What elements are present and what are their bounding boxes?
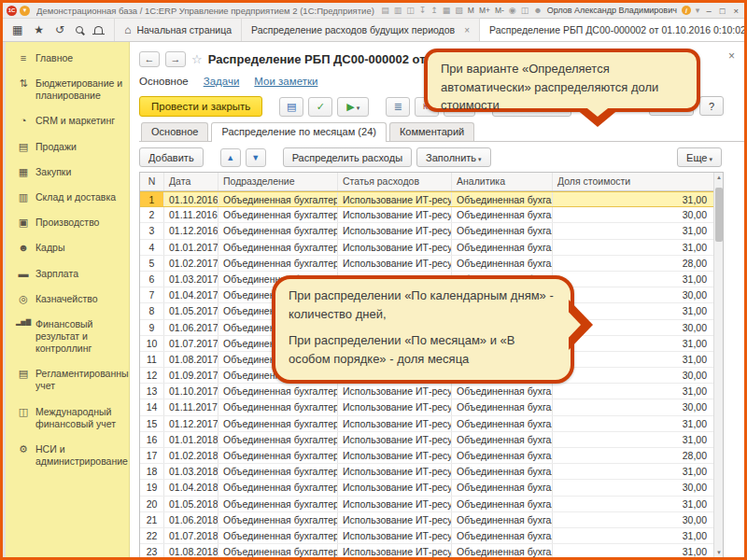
form-tab-months[interactable]: Распределение по месяцам (24) — [211, 122, 387, 142]
column-header-share[interactable]: Доля стоимости — [553, 173, 723, 190]
cell-department[interactable]: Объединенная бухгалтерия — [218, 432, 338, 447]
cell-department[interactable]: Объединенная бухгалтерия — [218, 512, 338, 527]
cell-share[interactable]: 30,00 — [553, 368, 723, 383]
cell-n[interactable]: 17 — [140, 448, 164, 463]
cell-date[interactable]: 01.02.2017 — [164, 256, 218, 271]
form-tab-comment[interactable]: Комментарий — [389, 122, 474, 141]
cell-analytics[interactable]: Объединенная бухгалтерия — [452, 416, 553, 431]
cell-date[interactable]: 01.01.2017 — [164, 240, 218, 255]
tab-home[interactable]: ⌂ Начальная страница — [115, 19, 242, 41]
cell-n[interactable]: 22 — [140, 528, 164, 543]
calendar-icon[interactable]: ▦ — [443, 7, 451, 15]
table-row[interactable]: 2001.05.2018Объединенная бухгалтерияИспо… — [140, 497, 723, 512]
cell-share[interactable]: 31,00 — [553, 416, 723, 431]
cell-share[interactable]: 31,00 — [553, 240, 723, 255]
sidebar-item-nsi[interactable]: ⚙НСИ и администрирование — [6, 437, 129, 474]
info-icon[interactable]: i — [682, 6, 691, 15]
export-icon[interactable]: ↥ — [430, 7, 438, 15]
maximize-button[interactable]: □ — [718, 6, 727, 16]
cell-date[interactable]: 01.06.2018 — [164, 512, 218, 527]
minimize-button[interactable]: – — [704, 6, 712, 16]
cell-share[interactable]: 30,00 — [553, 512, 723, 527]
cell-department[interactable]: Объединенная бухгалтерия — [218, 399, 338, 414]
search-icon[interactable] — [76, 26, 83, 34]
cell-expense-item[interactable]: Использование ИТ-ресурсов (упр... — [338, 399, 452, 414]
cell-department[interactable]: Объединенная бухгалтерия — [218, 448, 338, 463]
sidebar-item-salary[interactable]: ▬Зарплата — [6, 261, 129, 287]
cell-share[interactable]: 30,00 — [553, 207, 723, 222]
scrollbar-thumb[interactable] — [715, 188, 723, 242]
split-view-icon[interactable]: ◫ — [521, 7, 529, 15]
table-row[interactable]: 1901.04.2018Объединенная бухгалтерияИспо… — [140, 480, 723, 496]
add-row-button[interactable]: Добавить — [139, 147, 204, 167]
cell-analytics[interactable]: Объединенная бухгалтерия — [452, 480, 553, 495]
print-preview-icon[interactable]: ◫ — [406, 7, 415, 15]
cell-expense-item[interactable]: Использование ИТ-ресурсов (упр... — [338, 497, 452, 511]
cell-analytics[interactable]: Объединенная бухгалтерия — [452, 256, 553, 271]
tab-rbp-document[interactable]: Распределение РБП ДС00-000002 от 01.10.2… — [480, 18, 747, 41]
cell-expense-item[interactable]: Использование ИТ-ресурсов (упр... — [338, 464, 452, 479]
cell-date[interactable]: 01.05.2017 — [164, 303, 218, 318]
cell-expense-item[interactable]: Использование ИТ-ресурсов (упр... — [338, 544, 452, 558]
post-document-icon[interactable]: ✓ — [308, 97, 332, 117]
cell-n[interactable]: 9 — [140, 320, 164, 335]
cell-date[interactable]: 01.05.2018 — [164, 497, 218, 511]
vertical-scrollbar[interactable]: ▲ ▼ — [713, 173, 723, 557]
cell-share[interactable]: 31,00 — [553, 223, 723, 238]
save-icon[interactable]: ▤ — [381, 7, 389, 15]
cell-n[interactable]: 12 — [140, 368, 164, 383]
zoom-icon[interactable]: ◉ — [509, 7, 516, 15]
cell-analytics[interactable]: Объединенная бухгалтерия — [452, 497, 553, 511]
print-icon[interactable]: ▥ — [394, 7, 402, 15]
sidebar-item-hr[interactable]: ☻Кадры — [6, 235, 129, 260]
cell-expense-item[interactable]: Использование ИТ-ресурсов (упр... — [338, 192, 452, 206]
cell-date[interactable]: 01.12.2017 — [164, 416, 218, 431]
cell-date[interactable]: 01.03.2018 — [164, 464, 218, 479]
cell-share[interactable]: 31,00 — [553, 272, 723, 287]
sidebar-item-treasury[interactable]: ◎Казначейство — [6, 287, 129, 312]
cell-share[interactable]: 31,00 — [553, 192, 723, 206]
cell-date[interactable]: 01.11.2016 — [164, 207, 218, 222]
notifications-bell-icon[interactable] — [94, 26, 103, 34]
memory-plus-button[interactable]: M+ — [479, 6, 490, 15]
calculator-icon[interactable]: ▧ — [455, 7, 463, 15]
cell-date[interactable]: 01.07.2018 — [164, 528, 218, 543]
sidebar-item-production[interactable]: ▣Производство — [6, 210, 129, 235]
cell-expense-item[interactable]: Использование ИТ-ресурсов (упр... — [338, 528, 452, 543]
sidebar-item-purchases[interactable]: ▦Закупки — [6, 160, 129, 185]
import-icon[interactable]: ↧ — [419, 7, 427, 15]
cell-n[interactable]: 13 — [140, 384, 164, 399]
sidebar-item-finresult[interactable]: ▂▅▇Финансовый результат и контроллинг — [6, 312, 129, 361]
cell-analytics[interactable]: Объединенная бухгалтерия — [452, 528, 553, 543]
cell-share[interactable]: 28,00 — [553, 448, 723, 463]
cell-n[interactable]: 20 — [140, 497, 164, 511]
cell-analytics[interactable]: Объединенная бухгалтерия — [452, 448, 553, 463]
cell-expense-item[interactable]: Использование ИТ-ресурсов (упр... — [338, 207, 452, 222]
table-row[interactable]: 2201.07.2018Объединенная бухгалтерияИспо… — [140, 528, 723, 544]
chevron-down-icon[interactable]: ▾ — [696, 7, 700, 15]
table-row[interactable]: 1801.03.2018Объединенная бухгалтерияИспо… — [140, 464, 723, 480]
help-button[interactable]: ? — [699, 96, 724, 116]
table-row[interactable]: 1601.01.2018Объединенная бухгалтерияИспо… — [140, 432, 723, 448]
user-name[interactable]: Орлов Александр Владимирович — [547, 6, 677, 15]
cell-share[interactable]: 31,00 — [553, 497, 723, 511]
sidebar-item-sales[interactable]: ▤Продажи — [6, 134, 129, 160]
cell-date[interactable]: 01.06.2017 — [164, 320, 218, 335]
cell-date[interactable]: 01.04.2018 — [164, 480, 218, 495]
cell-share[interactable]: 28,00 — [553, 256, 723, 271]
cell-department[interactable]: Объединенная бухгалтерия — [218, 256, 338, 271]
cell-n[interactable]: 23 — [140, 544, 164, 558]
cell-n[interactable]: 3 — [140, 223, 164, 238]
sidebar-item-crm[interactable]: ◔CRM и маркетинг — [6, 108, 129, 133]
distribute-expenses-button[interactable]: Распределить расходы — [283, 147, 412, 167]
cell-date[interactable]: 01.02.2018 — [164, 448, 218, 463]
cell-n[interactable]: 21 — [140, 512, 164, 527]
back-button[interactable]: ← — [139, 51, 160, 67]
cell-n[interactable]: 19 — [140, 480, 164, 495]
cell-expense-item[interactable]: Использование ИТ-ресурсов (упр... — [338, 240, 452, 255]
cell-date[interactable]: 01.07.2017 — [164, 336, 218, 351]
cell-expense-item[interactable]: Использование ИТ-ресурсов (упр... — [338, 223, 452, 238]
cell-date[interactable]: 01.01.2018 — [164, 432, 218, 447]
cell-share[interactable]: 30,00 — [553, 480, 723, 495]
cell-date[interactable]: 01.04.2017 — [164, 287, 218, 302]
